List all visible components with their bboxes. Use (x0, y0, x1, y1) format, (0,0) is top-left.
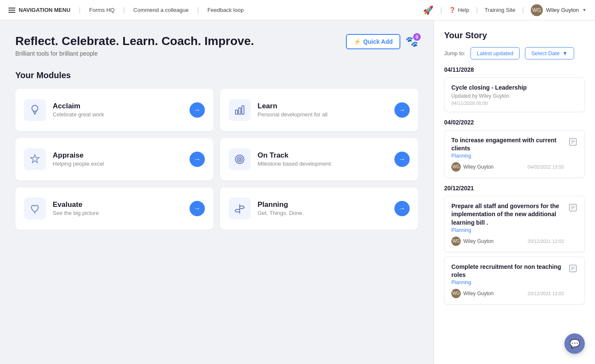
story-scroll[interactable]: 04/11/2028 Cycle closing - Leadership Up… (434, 66, 595, 345)
story-card-subtitle: Updated by Wiley Guyton (451, 93, 578, 99)
select-date-label: Select Date (531, 50, 560, 56)
module-desc: Celebrate great work (53, 111, 104, 118)
module-arrow-on-track[interactable]: → (394, 152, 410, 167)
story-card[interactable]: Cycle closing - Leadership Updated by Wi… (444, 77, 585, 112)
story-datetime: 20/12/2021 12:02 (527, 239, 564, 244)
module-card-acclaim[interactable]: Acclaim Celebrate great work → (15, 89, 213, 131)
chat-icon: 💬 (570, 339, 580, 349)
story-avatar: WG (451, 162, 461, 172)
modules-grid: Acclaim Celebrate great work → Learn Per… (15, 89, 418, 230)
nav-right: 🚀 | ❓ Help | Training Site | WG Wiley Gu… (423, 4, 586, 16)
module-arrow-planning[interactable]: → (394, 201, 410, 216)
module-arrow-acclaim[interactable]: → (190, 102, 205, 118)
module-card-evaluate[interactable]: Evaluate See the big picture → (15, 187, 213, 230)
story-card-icon (568, 136, 578, 148)
svg-point-0 (32, 105, 38, 111)
story-card-title: Complete recruitment for non teaching ro… (451, 263, 564, 279)
story-date-group: 04/02/2022 To increase engagement with c… (444, 119, 585, 178)
module-name: Learn (258, 102, 328, 110)
story-datetime: 20/12/2021 12:02 (527, 291, 564, 296)
story-card[interactable]: Prepare all staff and governors for the … (444, 196, 585, 252)
svg-marker-4 (31, 155, 39, 163)
module-icon-appraise (24, 148, 46, 170)
module-arrow-learn[interactable]: → (394, 102, 410, 118)
nav-link-forms-hq[interactable]: Forms HQ (89, 7, 115, 13)
nav-menu-toggle[interactable]: NAVIGATION MENU (8, 7, 71, 13)
story-username: Wiley Guyton (463, 164, 493, 170)
story-date-label: 20/12/2021 (444, 185, 585, 192)
story-username: Wiley Guyton (463, 238, 493, 244)
story-datetime: 04/02/2022 13:55 (527, 164, 564, 169)
story-datetime: 04/11/2028 00:00 (451, 101, 578, 106)
notification-bell[interactable]: 🐾 0 (405, 36, 418, 48)
module-left: Learn Personal development for all (229, 99, 328, 121)
story-card[interactable]: Complete recruitment for non teaching ro… (444, 257, 585, 305)
story-card-icon (568, 202, 578, 214)
module-left: Appraise Helping people excel (24, 148, 104, 170)
story-tag[interactable]: Planning (451, 279, 564, 285)
nav-left: NAVIGATION MENU | Forms HQ | Commend a c… (8, 6, 423, 14)
select-date-button[interactable]: Select Date ▼ (525, 47, 574, 59)
story-date-label: 04/02/2022 (444, 119, 585, 126)
module-card-on-track[interactable]: On Track Milestone based development → (220, 138, 418, 181)
story-avatar: WG (451, 237, 461, 246)
hamburger-icon (8, 8, 15, 13)
chat-bubble[interactable]: 💬 (564, 333, 585, 354)
module-icon-evaluate (24, 198, 46, 220)
module-desc: Personal development for all (258, 111, 328, 118)
training-site-link[interactable]: Training Site (484, 7, 516, 13)
username-label: Wiley Guyton (546, 7, 579, 13)
module-arrow-appraise[interactable]: → (190, 152, 205, 167)
main-wrap: Reflect. Celebrate. Learn. Coach. Improv… (0, 20, 595, 364)
module-desc: Helping people excel (53, 161, 104, 167)
dropdown-chevron-icon: ▼ (562, 50, 568, 56)
module-left: Acclaim Celebrate great work (24, 99, 104, 121)
story-sidebar: Your Story Jump to: Latest updated Selec… (434, 20, 595, 364)
module-arrow-evaluate[interactable]: → (190, 201, 205, 216)
help-button[interactable]: ❓ Help (449, 7, 469, 13)
story-card[interactable]: To increase engagement with current clie… (444, 130, 585, 178)
module-name: Planning (258, 200, 304, 209)
header-left: Reflect. Celebrate. Learn. Coach. Improv… (15, 34, 254, 57)
help-label: Help (458, 7, 469, 13)
module-name: Acclaim (53, 102, 104, 110)
module-left: On Track Milestone based development (229, 148, 331, 170)
svg-point-6 (237, 157, 242, 162)
module-card-appraise[interactable]: Appraise Helping people excel → (15, 138, 213, 181)
story-card-title: To increase engagement with current clie… (451, 136, 564, 153)
nav-link-feedback[interactable]: Feedback loop (207, 7, 244, 13)
user-menu[interactable]: WG Wiley Guyton ▼ (531, 4, 586, 16)
jump-to-label: Jump to: (444, 50, 465, 56)
module-icon-acclaim (24, 99, 46, 121)
svg-rect-2 (239, 108, 241, 114)
quick-add-button[interactable]: ⚡ Quick Add (346, 34, 401, 49)
notification-badge: 0 (413, 33, 421, 41)
avatar: WG (531, 4, 543, 16)
content-area: Reflect. Celebrate. Learn. Coach. Improv… (0, 20, 434, 364)
story-username: Wiley Guyton (463, 291, 493, 296)
story-tag[interactable]: Planning (451, 227, 564, 233)
rocket-icon[interactable]: 🚀 (423, 5, 434, 15)
module-name: Appraise (53, 151, 104, 160)
svg-rect-3 (242, 106, 244, 114)
story-date-group: 20/12/2021 Prepare all staff and governo… (444, 185, 585, 305)
story-tag[interactable]: Planning (451, 153, 564, 159)
nav-menu-label: NAVIGATION MENU (19, 7, 71, 13)
header-right: ⚡ Quick Add 🐾 0 (346, 34, 419, 49)
modules-section: Your Modules Acclaim Celebrate great wor… (15, 71, 418, 230)
nav-link-commend[interactable]: Commend a colleague (133, 7, 189, 13)
module-icon-on-track (229, 148, 251, 170)
story-title: Your Story (444, 31, 585, 40)
story-card-title: Cycle closing - Leadership (451, 84, 578, 92)
module-desc: See the big picture (53, 210, 99, 216)
module-icon-planning (229, 198, 251, 220)
module-card-learn[interactable]: Learn Personal development for all → (220, 89, 418, 131)
module-desc: Milestone based development (258, 161, 331, 167)
story-card-title: Prepare all staff and governors for the … (451, 202, 564, 227)
page-header: Reflect. Celebrate. Learn. Coach. Improv… (15, 34, 418, 57)
module-name: Evaluate (53, 200, 99, 209)
navbar: NAVIGATION MENU | Forms HQ | Commend a c… (0, 0, 595, 20)
module-card-planning[interactable]: Planning Get. Things. Done. → (220, 187, 418, 230)
module-desc: Get. Things. Done. (258, 210, 304, 216)
latest-updated-button[interactable]: Latest updated (470, 47, 520, 59)
